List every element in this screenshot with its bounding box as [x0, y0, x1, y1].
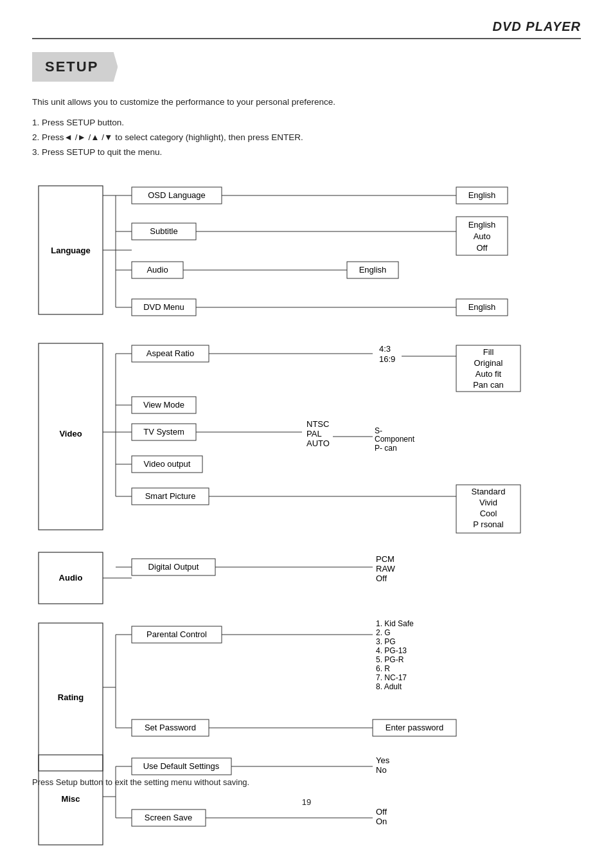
svg-text:Video: Video [59, 429, 82, 439]
diagram-svg: Language OSD Language English Subtitle E… [32, 179, 581, 745]
instruction-line2: 2. Press◄ /► /▲ /▼ to select category (h… [32, 131, 581, 145]
svg-text:AUTO: AUTO [306, 439, 330, 448]
svg-text:1. Kid Safe: 1. Kid Safe [376, 619, 414, 628]
svg-text:P  rsonal: P rsonal [473, 520, 504, 529]
header-title: DVD PLAYER [493, 19, 581, 34]
svg-text:Digital Output: Digital Output [148, 562, 199, 572]
svg-text:View Mode: View Mode [143, 400, 184, 410]
svg-text:PCM: PCM [376, 554, 395, 564]
svg-text:Original: Original [474, 358, 503, 368]
svg-text:English: English [468, 302, 496, 312]
page-number: 19 [32, 797, 581, 807]
svg-text:5. PG-R: 5. PG-R [376, 655, 404, 664]
svg-text:Fill: Fill [483, 347, 494, 357]
svg-text:4. PG-13: 4. PG-13 [376, 646, 407, 655]
svg-text:Subtitle: Subtitle [150, 226, 177, 236]
svg-text:Audio: Audio [147, 265, 168, 275]
svg-text:TV System: TV System [143, 427, 184, 437]
svg-text:Yes: Yes [376, 755, 390, 765]
svg-text:OSD Language: OSD Language [148, 190, 206, 200]
svg-text:Standard: Standard [472, 487, 506, 496]
svg-text:P-  can: P- can [375, 444, 397, 453]
svg-text:Misc: Misc [62, 794, 80, 804]
svg-text:Aspeat Ratio: Aspeat Ratio [147, 348, 194, 358]
setup-box: SETUP [32, 52, 118, 82]
svg-text:Rating: Rating [58, 692, 84, 702]
svg-text:4:3: 4:3 [379, 344, 391, 354]
svg-text:NTSC: NTSC [306, 419, 329, 429]
svg-text:English: English [468, 190, 496, 200]
svg-text:S-: S- [375, 426, 382, 435]
svg-text:English: English [359, 265, 387, 275]
svg-text:7. NC-17: 7. NC-17 [376, 673, 407, 682]
svg-text:Off: Off [376, 574, 387, 583]
svg-text:Component: Component [375, 435, 415, 444]
header: DVD PLAYER [32, 19, 581, 39]
svg-text:8. Adult: 8. Adult [376, 682, 402, 691]
svg-text:No: No [376, 765, 387, 775]
svg-text:Off: Off [476, 243, 487, 253]
svg-text:16:9: 16:9 [379, 354, 395, 364]
svg-text:Auto: Auto [474, 231, 491, 241]
svg-text:Parental Control: Parental Control [147, 629, 207, 639]
footer-text: Press Setup button to exit the setting m… [32, 777, 581, 787]
svg-text:English: English [468, 220, 496, 230]
svg-text:Screen Save: Screen Save [145, 813, 192, 822]
svg-text:On: On [376, 817, 387, 826]
svg-text:Set Password: Set Password [145, 723, 196, 732]
svg-text:Cool: Cool [480, 509, 497, 518]
setup-title: SETUP [45, 59, 98, 75]
svg-text:6. R: 6. R [376, 664, 390, 673]
svg-text:DVD Menu: DVD Menu [143, 302, 184, 312]
svg-text:Enter password: Enter password [386, 723, 443, 732]
svg-text:Language: Language [51, 246, 90, 255]
instructions: 1. Press SETUP button. 2. Press◄ /► /▲ /… [32, 116, 581, 160]
diagram: Language OSD Language English Subtitle E… [32, 179, 581, 758]
svg-text:PAL: PAL [306, 429, 322, 439]
svg-text:2. G: 2. G [376, 628, 391, 637]
svg-text:Smart Picture: Smart Picture [145, 491, 196, 501]
svg-text:3. PG: 3. PG [376, 637, 396, 646]
svg-text:RAW: RAW [376, 564, 396, 574]
svg-text:Video output: Video output [144, 459, 191, 469]
svg-text:Auto fit: Auto fit [475, 369, 502, 379]
instruction-line1: 1. Press SETUP button. [32, 116, 581, 131]
instruction-line3: 3. Press SETUP to quit the menu. [32, 145, 581, 160]
svg-text:Use Default Settings: Use Default Settings [143, 761, 220, 771]
svg-text:Audio: Audio [59, 573, 83, 583]
svg-text:Pan  can: Pan can [473, 380, 504, 390]
svg-text:Off: Off [376, 807, 387, 817]
intro-text: This unit allows you to customize the pe… [32, 97, 581, 107]
svg-text:Vivid: Vivid [479, 498, 497, 507]
